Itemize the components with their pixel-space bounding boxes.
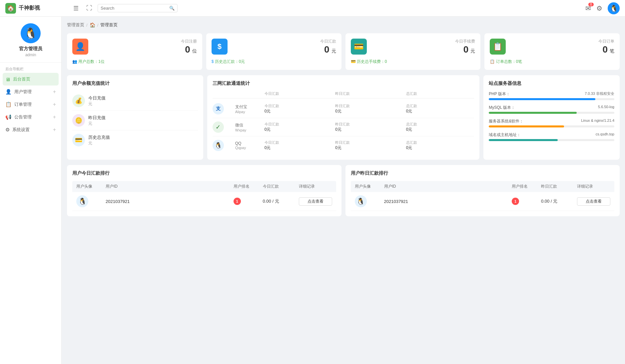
logo-icon: 🏠	[5, 3, 16, 14]
recharge-yesterday-info: 昨日充值 元	[88, 115, 198, 126]
orders-plus-icon: +	[53, 101, 56, 107]
stat-icon-orders: 📋	[490, 39, 506, 55]
payment-panel: 三网汇款通道统计 今日汇款 昨日汇款 总汇款 支 支付宝 Alipay 今日汇款	[207, 75, 480, 160]
server-domain-value: cs.qsdh.top	[596, 132, 614, 138]
wechat-total: 总汇款 0元	[406, 122, 474, 132]
stat-fee-footer-text: 历史总手续费：0	[357, 59, 387, 64]
alipay-icon: 支	[213, 103, 224, 114]
wechat-name-block: 微信 Wxpay	[235, 122, 262, 132]
orders-nav-icon: 📋	[5, 101, 12, 107]
rank-yesterday-detail-button[interactable]: 点击查看	[577, 197, 610, 206]
sidebar-item-settings[interactable]: ⚙ 系统设置 +	[0, 123, 61, 136]
rank-today-h4: 详细记录	[299, 184, 332, 189]
server-mysql-value: 5.6.50-log	[598, 105, 614, 110]
recharge-history-info: 历史总充值 元	[88, 134, 198, 146]
rank-yesterday-h3: 昨日汇款	[541, 184, 574, 189]
server-php-value: 7.0.33 非线程安全	[585, 91, 614, 97]
stat-card-register: 👤 今日注册 0 位 👥 用户总数：1位	[67, 33, 202, 70]
server-os-name: 服务器系统&软件：	[489, 118, 523, 124]
recharge-item-today: 💰 今日充值 元	[72, 91, 198, 111]
settings-plus-icon: +	[53, 127, 56, 133]
rank-yesterday-badge: 1	[512, 198, 519, 205]
stat-register-top: 今日注册 0 位	[181, 39, 197, 55]
stat-icon-register: 👤	[72, 39, 88, 55]
pay-header-today: 今日汇款	[265, 91, 333, 96]
rank-today-userid: 2021037921	[106, 199, 231, 204]
recharge-yesterday-val: 元	[88, 121, 198, 126]
server-item-mysql: MySQL 版本： 5.6.50-log	[489, 105, 614, 114]
stat-orders-unit: 笔	[610, 48, 614, 54]
rank-today-amount: 0.00 / 元	[263, 198, 296, 204]
server-os-value: Linux & nginx/1.21.4	[581, 118, 614, 124]
sidebar-item-users[interactable]: 👤 用户管理 +	[0, 86, 61, 98]
user-avatar-button[interactable]: 🐧	[608, 2, 620, 14]
stat-orders-footer-text: 订单总数：0笔	[496, 59, 522, 64]
payment-title: 三网汇款通道统计	[213, 81, 474, 87]
rank-yesterday-title: 用户昨日汇款排行	[351, 170, 615, 176]
sidebar-item-home[interactable]: 🖥 后台首页	[3, 73, 59, 86]
rank-yesterday-h2: 用户排名	[512, 184, 538, 189]
rank-today-detail-button[interactable]: 点击查看	[299, 197, 332, 206]
stat-register-footer-text: 用户总数：1位	[78, 59, 105, 64]
qq-total: 总汇款 0元	[406, 140, 474, 151]
stat-icon-remit: $	[212, 39, 228, 55]
wechat-sub: Wxpay	[235, 128, 262, 132]
stat-fee-footer-icon: 💳	[351, 59, 357, 64]
server-item-os: 服务器系统&软件： Linux & nginx/1.21.4	[489, 118, 614, 127]
stat-card-remit: $ 今日汇款 0 元 $ 历史总汇款：0元	[206, 33, 341, 70]
menu-toggle-button[interactable]: ☰	[71, 3, 81, 13]
server-os-progress	[489, 125, 614, 127]
rank-today-h2: 用户排名	[234, 184, 260, 189]
stat-fee-footer: 💳 历史总手续费：0	[351, 59, 475, 65]
settings-icon[interactable]: ⚙	[596, 4, 602, 12]
content-area: 管理首页 / 🏠 / 管理首页 👤 今日注册 0 位	[62, 17, 625, 364]
home-nav-icon: 🖥	[5, 77, 10, 82]
sidebar-item-settings-label: 系统设置	[12, 127, 30, 133]
rank-today-header: 用户头像 用户ID 用户排名 今日汇款 详细记录	[72, 181, 336, 192]
sidebar-item-notices[interactable]: 📢 公告管理 +	[0, 111, 61, 123]
recharge-today-name: 今日充值	[88, 95, 198, 101]
alipay-today: 今日汇款 0元	[265, 103, 333, 114]
stat-remit-footer: $ 历史总汇款：0元	[212, 59, 336, 65]
server-item-domain: 域名或主机地址： cs.qsdh.top	[489, 132, 614, 141]
search-input[interactable]	[101, 6, 167, 11]
rank-today-panel: 用户今日汇款排行 用户头像 用户ID 用户排名 今日汇款 详细记录 🐧 2021…	[67, 165, 341, 216]
recharge-item-history: 💳 历史总充值 元	[72, 130, 198, 150]
notification-badge: 8	[588, 3, 594, 6]
pay-header-name	[235, 91, 262, 96]
stat-register-footer-icon: 👥	[72, 59, 78, 64]
alipay-name-block: 支付宝 Alipay	[235, 104, 262, 114]
wechat-name: 微信	[235, 122, 262, 128]
stat-fee-unit: 元	[470, 48, 475, 54]
users-plus-icon: +	[53, 89, 56, 95]
recharge-history-name: 历史总充值	[88, 134, 198, 140]
sidebar-item-orders[interactable]: 📋 订单管理 +	[0, 98, 61, 111]
pay-header-total: 总汇款	[406, 91, 474, 96]
fullscreen-button[interactable]: ⛶	[84, 3, 94, 13]
sidebar-item-orders-label: 订单管理	[14, 101, 32, 107]
breadcrumb-home-icon: 🏠	[90, 22, 95, 28]
notices-nav-icon: 📢	[5, 114, 12, 120]
search-box[interactable]: 🔍	[98, 4, 178, 12]
avatar-emoji: 🐧	[24, 27, 37, 40]
sidebar-item-home-label: 后台首页	[13, 76, 30, 82]
server-domain-fill	[489, 139, 558, 141]
rank-today-row: 🐧 2021037921 1 0.00 / 元 点击查看	[72, 192, 336, 211]
server-item-php: PHP 版本： 7.0.33 非线程安全	[489, 91, 614, 100]
search-icon: 🔍	[169, 6, 175, 11]
stat-orders-footer: 📋 订单总数：0笔	[490, 59, 614, 65]
stat-register-unit: 位	[192, 48, 197, 54]
breadcrumb-sep2: /	[97, 23, 99, 28]
rank-yesterday-row: 🐧 2021037921 1 0.00 / 元 点击查看	[351, 192, 615, 211]
rank-yesterday-h0: 用户头像	[355, 184, 381, 189]
payment-table-header: 今日汇款 昨日汇款 总汇款	[213, 91, 474, 98]
stat-register-footer: 👥 用户总数：1位	[72, 59, 197, 65]
stat-orders-footer-icon: 📋	[490, 59, 496, 64]
stat-remit-footer-icon: $	[212, 59, 215, 64]
payment-row-qq: 🐧 QQ Qqpay 今日汇款 0元 昨日汇款 0元 总汇款	[213, 136, 474, 154]
rank-yesterday-avatar: 🐧	[355, 195, 367, 207]
notices-plus-icon: +	[53, 114, 56, 120]
qq-today: 今日汇款 0元	[265, 140, 333, 151]
recharge-today-val: 元	[88, 101, 198, 107]
notification-button[interactable]: ✉ 8	[585, 4, 591, 12]
